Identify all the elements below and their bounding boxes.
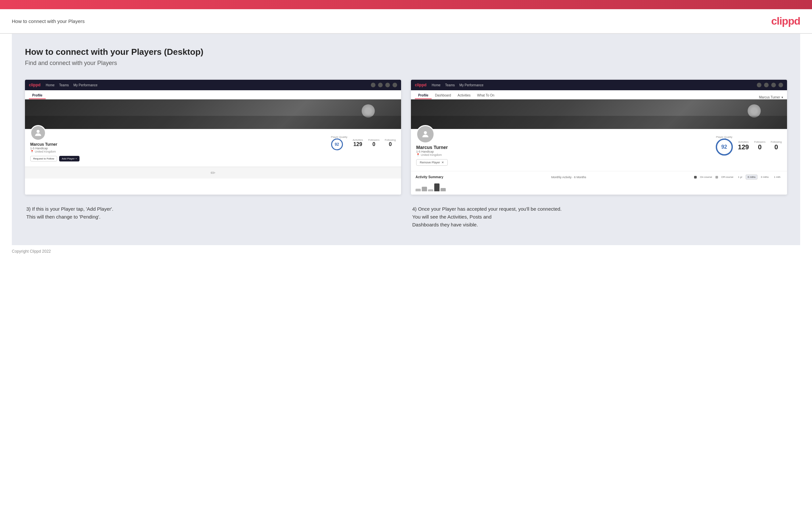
app-nav-logo-1: clippd (29, 83, 40, 87)
location-icon-1: 📍 (30, 150, 34, 153)
tab-dashboard-2[interactable]: Dashboard (432, 92, 454, 99)
chart-bar-2 (422, 187, 427, 191)
page-subheading: Find and connect with your Players (25, 60, 787, 67)
profile-left-2: Marcus Turner 1-5 Handicap 📍 United King… (416, 133, 449, 166)
search-icon-2[interactable] (757, 83, 761, 87)
chart-bar-5 (441, 188, 446, 191)
stats-row-1: Player Quality 92 Activities 129 Followe… (331, 135, 396, 150)
caption-step3: 3) If this is your Player tap, 'Add Play… (26, 205, 400, 221)
quality-circle-2: 92 (716, 138, 733, 156)
caption-step3-line1: 3) If this is your Player tap, 'Add Play… (26, 206, 113, 212)
caption-col-3: 3) If this is your Player tap, 'Add Play… (25, 205, 401, 229)
caption-step4-line1: 4) Once your Player has accepted your re… (412, 206, 562, 212)
app-tabs-2: Profile Dashboard Activities What To On … (411, 90, 787, 100)
followers-stat-2: Followers 0 (754, 140, 765, 151)
tab-whattoon-2[interactable]: What To On (474, 92, 498, 99)
player-handicap-2: 1-5 Handicap (416, 150, 449, 153)
close-icon: ✕ (442, 161, 444, 164)
chart-bar-3 (428, 189, 433, 191)
footer: Copyright Clippd 2022 (0, 245, 812, 258)
app-nav-1: clippd Home Teams My Performance (25, 80, 401, 90)
remove-player-button[interactable]: Remove Player ✕ (416, 159, 448, 166)
copyright-text: Copyright Clippd 2022 (12, 249, 51, 253)
app-nav-logo-2: clippd (415, 83, 426, 87)
tab-profile-2[interactable]: Profile (415, 92, 432, 99)
golf-banner-2 (411, 100, 787, 129)
caption-step4-line3: Dashboards they have visible. (412, 222, 478, 227)
header-title: How to connect with your Players (12, 18, 85, 24)
user-icon-1[interactable] (378, 83, 383, 87)
tab-profile-1[interactable]: Profile (29, 92, 46, 99)
activity-summary: Activity Summary Monthly Activity · 6 Mo… (411, 171, 787, 194)
header: How to connect with your Players clippd (0, 9, 812, 34)
top-accent-bar (0, 0, 812, 9)
chart-bar-1 (415, 189, 421, 191)
screenshots-row: clippd Home Teams My Performance Profile (25, 80, 787, 194)
activities-stat-1: Activities 129 (352, 138, 363, 147)
activity-legend: On course Off course (694, 176, 733, 178)
user-icon-2[interactable] (764, 83, 769, 87)
nav-home-2[interactable]: Home (432, 83, 441, 87)
screenshot-bottom-1: ✏ (25, 167, 401, 178)
period-3mths[interactable]: 3 mths (759, 175, 771, 179)
search-icon-1[interactable] (371, 83, 375, 87)
period-1mth[interactable]: 1 mth (772, 175, 782, 179)
player-name-1: Marcus Turner (30, 142, 80, 147)
activity-controls: On course Off course 1 yr 6 mths 3 mths … (694, 175, 782, 179)
stats-row-2: Player Quality 92 Activities 129 Followe… (716, 135, 782, 156)
app-nav-icons-2 (757, 83, 783, 87)
flag-icon-1[interactable] (393, 83, 397, 87)
activity-header: Activity Summary Monthly Activity · 6 Mo… (415, 175, 782, 179)
following-stat-1: Following 0 (385, 138, 396, 147)
tab-activities-2[interactable]: Activities (454, 92, 474, 99)
caption-step4-line2: You will see the Activities, Posts and (412, 214, 492, 220)
caption-step4: 4) Once your Player has accepted your re… (412, 205, 786, 229)
add-player-button[interactable]: Add Player + (59, 156, 80, 161)
activity-title: Activity Summary (415, 175, 443, 179)
period-6mths[interactable]: 6 mths (746, 175, 757, 179)
screenshot-2: clippd Home Teams My Performance Profile… (411, 80, 787, 194)
avatar-1 (30, 125, 46, 141)
svg-point-0 (37, 130, 39, 133)
quality-stat-2: Player Quality 92 (716, 135, 733, 156)
player-handicap-1: 1-5 Handicap (30, 147, 80, 150)
player-name-2: Marcus Turner (416, 145, 449, 150)
nav-teams-1[interactable]: Teams (59, 83, 69, 87)
activities-stat-2: Activities 129 (738, 140, 749, 151)
caption-col-4: 4) Once your Player has accepted your re… (411, 205, 787, 229)
caption-step3-line2: This will then change to 'Pending'. (26, 214, 101, 220)
avatar-2 (416, 125, 435, 144)
followers-stat-1: Followers 0 (368, 138, 379, 147)
clippd-logo: clippd (771, 15, 800, 27)
profile-left-1: Marcus Turner 1-5 Handicap 📍 United King… (30, 133, 80, 161)
period-tabs: 1 yr 6 mths 3 mths 1 mth (736, 175, 782, 179)
following-stat-2: Following 0 (771, 140, 782, 151)
main-content: How to connect with your Players (Deskto… (12, 34, 800, 245)
flag-icon-2[interactable] (778, 83, 783, 87)
player-country-2: 📍 United Kingdom (416, 153, 449, 157)
app-tabs-1: Profile (25, 90, 401, 100)
app-nav-icons-1 (371, 83, 397, 87)
nav-home-1[interactable]: Home (46, 83, 55, 87)
period-1yr[interactable]: 1 yr (736, 175, 744, 179)
on-course-dot (694, 176, 697, 178)
profile-section-2: Marcus Turner 1-5 Handicap 📍 United King… (411, 129, 787, 171)
settings-icon-1[interactable] (385, 83, 390, 87)
screenshot-1: clippd Home Teams My Performance Profile (25, 80, 401, 194)
quality-stat-1: Player Quality 92 (331, 135, 348, 150)
player-buttons-1: Request to Follow Add Player + (30, 156, 80, 161)
nav-teams-2[interactable]: Teams (445, 83, 455, 87)
profile-section-1: Marcus Turner 1-5 Handicap 📍 United King… (25, 129, 401, 167)
settings-icon-2[interactable] (771, 83, 776, 87)
quality-circle-1: 92 (331, 138, 343, 150)
nav-performance-2[interactable]: My Performance (459, 83, 483, 87)
page-heading: How to connect with your Players (Deskto… (25, 47, 787, 57)
nav-performance-1[interactable]: My Performance (73, 83, 97, 87)
captions-row: 3) If this is your Player tap, 'Add Play… (25, 205, 787, 229)
pencil-icon: ✏ (211, 169, 215, 177)
request-follow-button[interactable]: Request to Follow (30, 156, 57, 161)
activity-period: Monthly Activity · 6 Months (551, 176, 586, 179)
golf-banner-1 (25, 100, 401, 129)
off-course-dot (715, 176, 718, 178)
app-nav-2: clippd Home Teams My Performance (411, 80, 787, 90)
